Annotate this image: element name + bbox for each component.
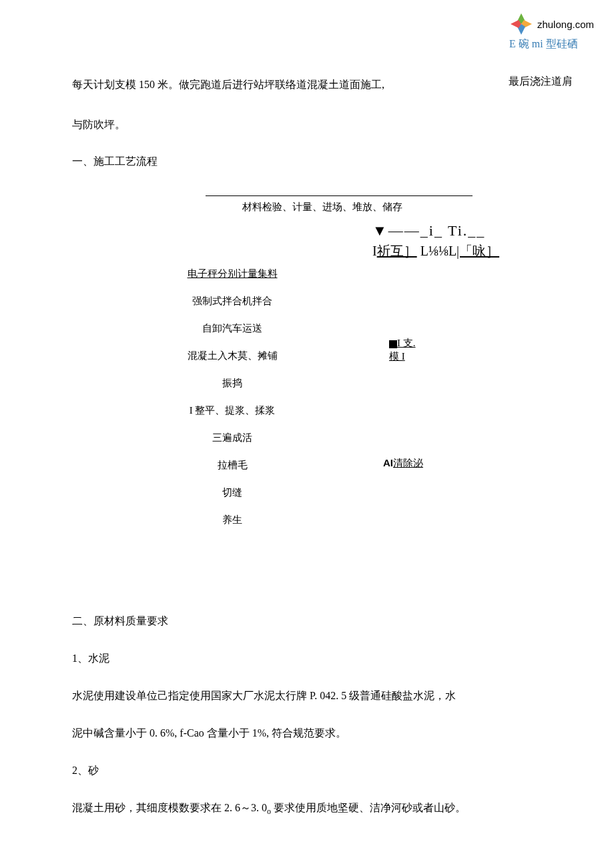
flow-side1-line2: 模 I: [389, 350, 405, 363]
watermark-top-row: zhulong.com: [509, 12, 594, 36]
item2-p1-a: 混凝土用砂，其细度模数要求在 2. 6～3. 0: [72, 802, 267, 813]
flow-step-4: 振捣: [72, 377, 392, 390]
flow-side2-b: 清除泌: [393, 457, 423, 468]
flow-step-3: 混凝土入木莫、摊铺: [72, 350, 392, 362]
flow-symbols: ▼——_i_ Ti.__ I祈互］ L⅛⅛L|「咏］: [372, 222, 579, 260]
flow-step-5: I 整平、提浆、揉浆: [72, 404, 392, 417]
item1-title: 1、水泥: [72, 640, 573, 677]
flow-step-9: 养生: [72, 514, 392, 526]
flow-step-7: 拉槽毛: [72, 459, 392, 472]
flow-step-2: 自卸汽车运送: [72, 322, 392, 335]
zhulong-logo-icon: [509, 12, 533, 36]
tagline-e: E: [509, 38, 516, 49]
watermark-tagline: E 碗 mi 型硅硒: [509, 37, 578, 51]
intro-line1-right: 最后浇注道肩: [509, 75, 573, 89]
tagline-mi: mi: [532, 38, 543, 49]
flow-symbols-line2: I祈互］ L⅛⅛L|「咏］: [372, 242, 579, 260]
intro-line1: 每天计划支模 150 米。做完跑道后进行站坪联络道混凝土道面施工,: [72, 75, 573, 95]
flow-symbols-line1: ▼——_i_ Ti.__: [372, 222, 579, 240]
flow-side2-a: AI: [383, 457, 393, 468]
intro-line2: 与防吹坪。: [72, 115, 573, 135]
black-square-icon: [389, 340, 397, 348]
watermark-site: zhulong.com: [537, 19, 594, 30]
flow-step-8: 切缝: [72, 486, 392, 499]
sym-b: 祈互］: [377, 244, 417, 258]
flow-side1-text: I 支.: [397, 338, 416, 348]
flow-steps: 电子秤分别计量集料 强制式拌合机拌合 自卸汽车运送 混凝土入木莫、摊铺 振捣 I…: [72, 268, 573, 541]
item2-p1-b: 要求使用质地坚硬、洁净河砂或者山砂。: [271, 802, 466, 813]
item1-p1: 水泥使用建设单位己指定使用国家大厂水泥太行牌 P. 042. 5 级普通硅酸盐水…: [72, 677, 573, 715]
flow-top-text: 材料检验、计量、进场、堆放、储存: [72, 201, 573, 213]
sym-d: |「咏］: [456, 244, 499, 258]
watermark: zhulong.com E 碗 mi 型硅硒: [509, 12, 594, 51]
sym-c: L⅛⅛L: [420, 244, 456, 258]
sym-a: I: [372, 244, 377, 258]
flow-side2: AI清除泌: [383, 457, 423, 470]
flow-step-6: 三遍成活: [72, 432, 392, 444]
flow-top-line: [206, 195, 473, 196]
tagline-bowl: 碗: [516, 38, 532, 49]
item2-title: 2、砂: [72, 752, 573, 789]
section2-title: 二、原材料质量要求: [72, 602, 573, 640]
section1-title: 一、施工工艺流程: [72, 155, 573, 169]
flow-chart: 材料检验、计量、进场、堆放、储存 ▼——_i_ Ti.__ I祈互］ L⅛⅛L|…: [72, 195, 573, 589]
item2-p1: 混凝土用砂，其细度模数要求在 2. 6～3. 0o 要求使用质地坚硬、洁净河砂或…: [72, 789, 573, 830]
tagline-rest: 型硅硒: [543, 38, 578, 49]
section2: 二、原材料质量要求 1、水泥 水泥使用建设单位己指定使用国家大厂水泥太行牌 P.…: [72, 602, 573, 830]
flow-step-0: 电子秤分别计量集料: [72, 268, 392, 280]
flow-side1-line1: I 支.: [389, 337, 416, 350]
flow-step-1: 强制式拌合机拌合: [72, 295, 392, 308]
document-content: 每天计划支模 150 米。做完跑道后进行站坪联络道混凝土道面施工, 最后浇注道肩…: [72, 75, 573, 830]
item1-p2: 泥中碱含量小于 0. 6%, f-Cao 含量小于 1%, 符合规范要求。: [72, 715, 573, 752]
